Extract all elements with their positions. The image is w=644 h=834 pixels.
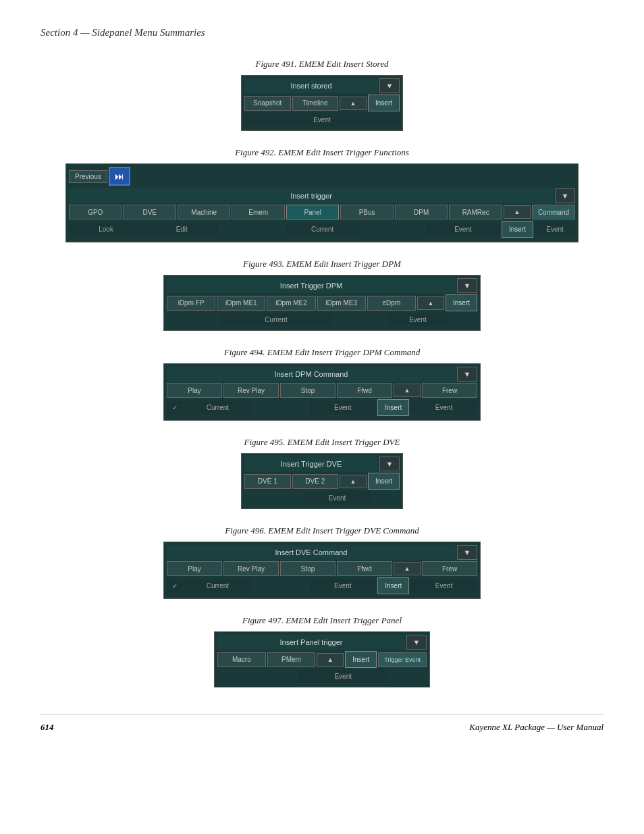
label-current-492: Current: [286, 223, 360, 236]
dropdown-493[interactable]: ▼: [457, 278, 477, 293]
panel-491-header: Insert stored: [244, 78, 378, 93]
dropdown-491[interactable]: ▼: [379, 78, 400, 93]
btn-idpmfp[interactable]: iDpm FP: [167, 296, 215, 311]
btn-play-496[interactable]: Play: [167, 561, 222, 576]
btn-gpo[interactable]: GPO: [69, 205, 122, 219]
label-check-496: ✓: [167, 579, 183, 593]
figure-494-container: Insert DPM Command ▼ Play Rev Play Stop …: [41, 363, 603, 421]
panel-497-header: Insert Panel trigger: [217, 635, 405, 650]
label-edit: Edit: [144, 223, 219, 236]
insert-495[interactable]: Insert: [368, 473, 400, 490]
up-496[interactable]: ▲: [394, 562, 421, 575]
section-title: Section 4 — Sidepanel Menu Summaries: [41, 27, 603, 38]
btn-ramrec[interactable]: RAMRec: [449, 205, 502, 219]
panel-495: Insert Trigger DVE ▼ DVE 1 DVE 2 ▲ Inser…: [241, 453, 403, 509]
dropdown-495[interactable]: ▼: [379, 457, 400, 471]
figure-492-title: Figure 492. EMEM Edit Insert Trigger Fun…: [41, 147, 603, 158]
label-event-492: Event: [426, 223, 500, 236]
panel-496: Insert DVE Command ▼ Play Rev Play Stop …: [163, 542, 481, 599]
label-event-497: Event: [298, 669, 389, 683]
btn-stop-496[interactable]: Stop: [280, 561, 336, 576]
figure-496-container: Insert DVE Command ▼ Play Rev Play Stop …: [41, 542, 603, 599]
btn-idpmme2[interactable]: iDpm ME2: [267, 296, 315, 311]
btn-edpm[interactable]: eDpm: [367, 296, 416, 311]
dropdown-497[interactable]: ▼: [406, 635, 427, 650]
btn-idpmme1[interactable]: iDpm ME1: [217, 296, 265, 311]
btn-dve2[interactable]: DVE 2: [292, 474, 339, 489]
label-current-494: Current: [184, 401, 251, 415]
label-event-495: Event: [303, 491, 371, 504]
insert-493[interactable]: Insert: [446, 294, 477, 311]
btn-ffwd-494[interactable]: Ffwd: [337, 383, 392, 398]
btn-panel[interactable]: Panel: [286, 205, 339, 219]
btn-play-494[interactable]: Play: [167, 383, 222, 398]
btn-emem[interactable]: Emem: [232, 205, 284, 219]
btn-trigger-event[interactable]: Trigger Event: [378, 652, 427, 667]
figure-495-title: Figure 495. EMEM Edit Insert Trigger DVE: [41, 437, 603, 448]
btn-frew-494[interactable]: Frew: [422, 383, 477, 398]
btn-idpmme3[interactable]: iDpm ME3: [317, 296, 366, 311]
insert-496[interactable]: Insert: [377, 577, 409, 594]
up-493[interactable]: ▲: [417, 296, 444, 310]
figure-493-title: Figure 493. EMEM Edit Insert Trigger DPM: [41, 259, 603, 269]
btn-revplay-494[interactable]: Rev Play: [223, 383, 279, 398]
btn-frew-496[interactable]: Frew: [422, 561, 477, 576]
label-current-493: Current: [219, 313, 333, 326]
dropdown-496[interactable]: ▼: [457, 545, 477, 560]
btn-timeline[interactable]: Timeline: [292, 96, 339, 111]
panel-491: Insert stored ▼ Snapshot Timeline ▲ Inse…: [241, 75, 403, 131]
panel-493-header: Insert Trigger DPM: [167, 278, 456, 293]
btn-dve[interactable]: DVE: [123, 205, 176, 219]
btn-machine[interactable]: Machine: [178, 205, 230, 219]
panel-494: Insert DPM Command ▼ Play Rev Play Stop …: [163, 363, 481, 421]
panel-492-header: Insert trigger: [69, 188, 554, 203]
figure-491-title: Figure 491. EMEM Edit Insert Stored: [41, 59, 603, 70]
btn-dpm[interactable]: DPM: [395, 205, 448, 219]
btn-previous[interactable]: Previous: [69, 170, 107, 183]
figure-495-container: Insert Trigger DVE ▼ DVE 1 DVE 2 ▲ Inser…: [41, 453, 603, 509]
btn-stop-494[interactable]: Stop: [280, 383, 336, 398]
label-look: Look: [69, 223, 143, 236]
btn-command-492[interactable]: Command: [532, 205, 575, 219]
up-491[interactable]: ▲: [340, 97, 367, 110]
figure-494-title: Figure 494. EMEM Edit Insert Trigger DPM…: [41, 347, 603, 358]
label-491-event: Event: [244, 113, 400, 126]
figure-497-container: Insert Panel trigger ▼ Macro PMem ▲ Inse…: [41, 631, 603, 687]
insert-494[interactable]: Insert: [377, 399, 409, 416]
btn-ffwd-496[interactable]: Ffwd: [337, 561, 392, 576]
btn-pbus[interactable]: PBus: [340, 205, 393, 219]
manual-title: Kayenne XL Package — User Manual: [469, 722, 603, 733]
figure-497-title: Figure 497. EMEM Edit Insert Trigger Pan…: [41, 615, 603, 626]
insert-491[interactable]: Insert: [368, 95, 400, 111]
skip-icon[interactable]: ⏭: [109, 167, 130, 186]
btn-revplay-496[interactable]: Rev Play: [223, 561, 279, 576]
dropdown-494[interactable]: ▼: [457, 367, 477, 382]
dropdown-492[interactable]: ▼: [555, 188, 575, 203]
btn-dve1[interactable]: DVE 1: [244, 474, 291, 489]
figure-496-title: Figure 496. EMEM Edit Insert Trigger DVE…: [41, 525, 603, 536]
insert-497[interactable]: Insert: [345, 651, 377, 668]
label-event2-496: Event: [410, 579, 477, 593]
panel-496-header: Insert DVE Command: [167, 545, 456, 560]
figure-491-container: Insert stored ▼ Snapshot Timeline ▲ Inse…: [41, 75, 603, 131]
label-event2-492: Event: [535, 223, 575, 236]
label-event-494: Event: [310, 401, 377, 415]
up-495[interactable]: ▲: [340, 475, 367, 488]
up-494[interactable]: ▲: [394, 384, 421, 397]
panel-495-header: Insert Trigger DVE: [244, 457, 378, 471]
label-check-494: ✓: [167, 401, 183, 415]
panel-492: Previous ⏭ Insert trigger ▼ GPO DVE Mach…: [65, 163, 579, 242]
page-number: 614: [41, 722, 54, 733]
figure-492-container: Previous ⏭ Insert trigger ▼ GPO DVE Mach…: [41, 163, 603, 242]
figure-493-container: Insert Trigger DPM ▼ iDpm FP iDpm ME1 iD…: [41, 275, 603, 331]
up-492[interactable]: ▲: [504, 205, 531, 219]
insert-492[interactable]: Insert: [502, 221, 533, 238]
label-event-496: Event: [310, 579, 377, 593]
page-footer: 614 Kayenne XL Package — User Manual: [41, 714, 603, 733]
btn-snapshot[interactable]: Snapshot: [244, 96, 291, 111]
btn-pmem[interactable]: PMem: [267, 652, 316, 667]
btn-macro[interactable]: Macro: [217, 652, 266, 667]
panel-493: Insert Trigger DPM ▼ iDpm FP iDpm ME1 iD…: [163, 275, 481, 331]
up-497[interactable]: ▲: [317, 653, 344, 667]
label-current-496: Current: [184, 579, 251, 593]
